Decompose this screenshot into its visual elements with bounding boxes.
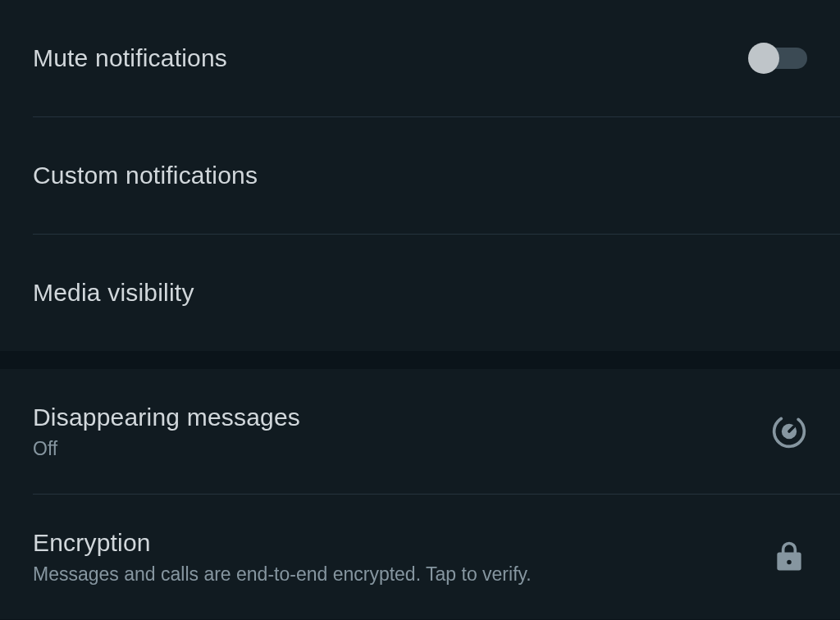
label-encryption: Encryption	[33, 529, 532, 557]
value-encryption: Messages and calls are end-to-end encryp…	[33, 563, 532, 586]
row-text: Custom notifications	[33, 162, 258, 189]
settings-group-notifications: Mute notifications Custom notifications …	[0, 0, 840, 351]
lock-icon	[771, 539, 807, 575]
mute-notifications-switch[interactable]	[748, 43, 807, 74]
settings-group-privacy: Disappearing messages Off Encryption Mes…	[0, 369, 840, 619]
row-encryption[interactable]: Encryption Messages and calls are end-to…	[0, 495, 840, 619]
row-text: Mute notifications	[33, 44, 227, 72]
label-mute-notifications: Mute notifications	[33, 44, 227, 72]
row-custom-notifications[interactable]: Custom notifications	[0, 117, 840, 234]
row-mute-notifications[interactable]: Mute notifications	[0, 0, 840, 116]
row-text: Media visibility	[33, 279, 194, 307]
label-disappearing-messages: Disappearing messages	[33, 403, 300, 431]
row-text: Disappearing messages Off	[33, 403, 300, 460]
timer-icon	[771, 413, 807, 449]
label-custom-notifications: Custom notifications	[33, 162, 258, 189]
row-text: Encryption Messages and calls are end-to…	[33, 529, 532, 586]
value-disappearing-messages: Off	[33, 438, 300, 460]
row-media-visibility[interactable]: Media visibility	[0, 235, 840, 351]
label-media-visibility: Media visibility	[33, 279, 194, 307]
row-disappearing-messages[interactable]: Disappearing messages Off	[0, 369, 840, 494]
section-gap	[0, 351, 840, 369]
switch-thumb	[748, 43, 779, 74]
